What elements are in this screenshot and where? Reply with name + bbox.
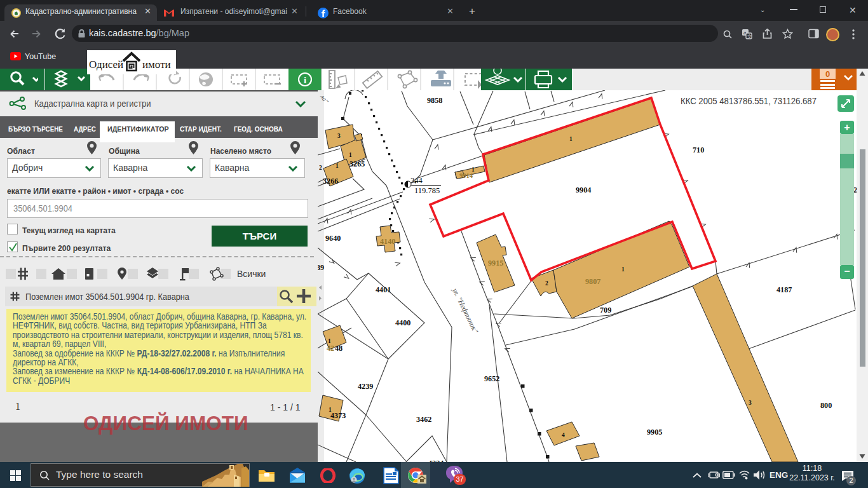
svg-text:9904: 9904 <box>576 186 591 194</box>
svg-text:9858: 9858 <box>427 96 442 105</box>
svg-text:3: 3 <box>749 400 752 406</box>
svg-text:39: 39 <box>318 263 324 272</box>
svg-text:i: i <box>304 75 306 85</box>
svg-text:4400: 4400 <box>395 318 410 327</box>
svg-text:9905: 9905 <box>647 428 662 437</box>
svg-text:4239: 4239 <box>358 382 373 391</box>
svg-text:4401: 4401 <box>376 285 391 294</box>
svg-text:119.785: 119.785 <box>414 186 440 195</box>
svg-text:2: 2 <box>545 280 548 287</box>
svg-text:42: 42 <box>327 344 334 353</box>
svg-text:4: 4 <box>562 432 565 438</box>
svg-text:800: 800 <box>820 401 832 410</box>
svg-text:4187: 4187 <box>776 285 792 294</box>
svg-text:344: 344 <box>410 176 423 185</box>
svg-text:1: 1 <box>471 166 475 173</box>
svg-text:1: 1 <box>329 407 332 413</box>
svg-text:1: 1 <box>569 136 573 142</box>
svg-text:ККС 2005 4813786.551, 731126.6: ККС 2005 4813786.551, 731126.687 <box>681 95 817 106</box>
svg-text:1: 1 <box>336 163 339 169</box>
svg-text:9652: 9652 <box>484 374 499 383</box>
svg-text:2: 2 <box>319 165 322 171</box>
svg-text:9807: 9807 <box>585 277 600 286</box>
svg-text:3462: 3462 <box>416 415 431 424</box>
svg-text:4140: 4140 <box>380 237 395 246</box>
svg-text:9640: 9640 <box>325 234 341 243</box>
svg-text:9915: 9915 <box>488 259 503 268</box>
svg-text:3: 3 <box>337 133 341 139</box>
svg-text:1: 1 <box>349 152 352 158</box>
svg-text:Всички: Всички <box>237 269 266 279</box>
svg-text:1: 1 <box>328 338 331 344</box>
svg-text:710: 710 <box>693 146 704 154</box>
svg-text:4373: 4373 <box>330 411 346 420</box>
svg-text:文: 文 <box>747 34 752 39</box>
svg-text:9914: 9914 <box>459 172 473 179</box>
svg-text:1: 1 <box>621 266 625 273</box>
svg-text:3266: 3266 <box>323 177 338 186</box>
svg-text:3265: 3265 <box>349 159 365 168</box>
svg-text:48: 48 <box>335 344 342 353</box>
svg-text:709: 709 <box>600 306 611 315</box>
